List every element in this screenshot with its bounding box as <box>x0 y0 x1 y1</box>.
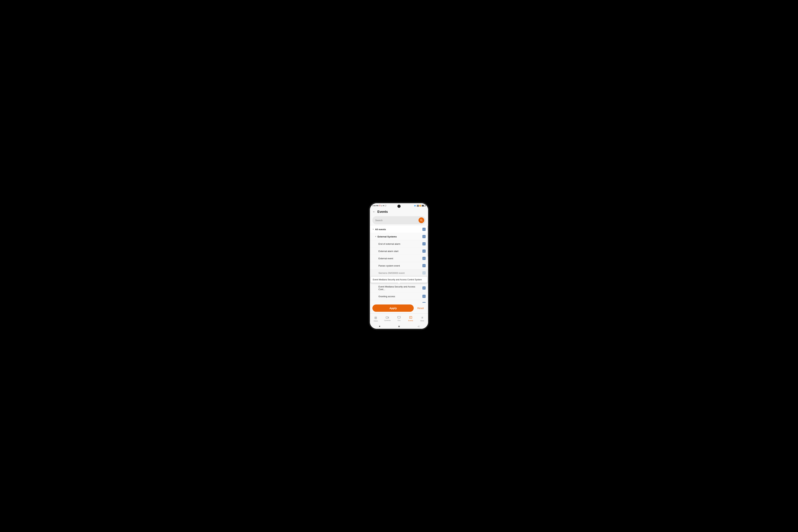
wifi-icon: 📶 <box>419 205 421 207</box>
android-home-button[interactable]: ◉ <box>398 325 400 328</box>
list-item[interactable]: Event Mediana Security and Access Cont..… <box>370 283 428 293</box>
back-button[interactable]: ← <box>373 210 376 214</box>
list-container[interactable]: ▼ All events ✓ ▼ External Systems ✓ End … <box>370 226 428 303</box>
bottom-nav: ⊞ Views Cameras Eva <box>370 314 428 324</box>
checkbox[interactable]: ✓ <box>422 286 425 290</box>
android-square-button[interactable]: ■ <box>378 325 381 328</box>
checkbox[interactable]: ✓ <box>422 257 425 260</box>
list-item[interactable]: Parsec system event ✓ <box>370 262 428 269</box>
square-icon: ■ <box>379 325 380 327</box>
views-icon: ⊞ <box>374 316 377 320</box>
wechat-icon: 💬 <box>385 205 386 207</box>
eva-label: Eva <box>398 320 400 321</box>
nav-item-events[interactable]: Events <box>405 316 417 322</box>
list-item[interactable]: Krechet-C event ✓ <box>370 300 428 303</box>
item-label: External Systems <box>378 235 422 238</box>
checkbox[interactable]: ✓ <box>422 242 425 245</box>
item-label: End of external alarm <box>378 243 422 245</box>
item-label: Event Mediana Security and Access Cont..… <box>378 285 422 291</box>
svg-rect-2 <box>386 317 388 318</box>
phone-screen: 3:44 PM ⏰ ▷ ✉ 💬 🔷 ▐▐ 📶 ← Events <box>370 203 428 329</box>
svg-rect-3 <box>398 316 400 318</box>
bluetooth-icon: 🔷 <box>414 205 416 207</box>
status-right: 🔷 ▐▐ 📶 <box>414 205 425 207</box>
triangle-icon: ◁ <box>418 325 419 327</box>
nav-item-cameras[interactable]: Cameras <box>382 316 393 321</box>
status-left: 3:44 PM ⏰ ▷ ✉ 💬 <box>373 205 386 207</box>
circle-icon: ◉ <box>398 325 400 327</box>
checkbox[interactable]: ✓ <box>422 235 425 238</box>
list-item[interactable]: Granting access ✓ <box>370 293 428 300</box>
events-label: Events <box>408 320 413 322</box>
search-button[interactable] <box>418 217 424 223</box>
alarm-icon: ⏰ <box>379 205 381 207</box>
views-label: Views <box>374 320 378 322</box>
header: ← Events <box>370 208 428 215</box>
app-content: ← Events <box>370 208 428 329</box>
time: 3:44 PM <box>373 205 378 207</box>
list-item[interactable]: External event ✓ <box>370 255 428 262</box>
tooltip-area: Siemens DMS9000 event ✓ Event Mediana Se… <box>370 269 428 283</box>
battery-icon <box>422 205 425 207</box>
search-input[interactable] <box>375 219 417 222</box>
item-label: Siemens DMS9000 event <box>378 272 422 274</box>
item-label: Parsec system event <box>378 264 422 267</box>
scroll-indicator <box>428 226 428 256</box>
reset-button[interactable]: Reset <box>416 305 425 311</box>
list-item[interactable]: End of external alarm ✓ <box>370 240 428 248</box>
expand-arrow: ▼ <box>373 228 374 230</box>
battery-fill <box>422 205 424 206</box>
cameras-label: Cameras <box>384 320 391 321</box>
search-container <box>370 215 428 226</box>
bottom-buttons: Apply Reset <box>370 303 428 314</box>
events-icon <box>409 316 412 319</box>
checkbox[interactable]: ✓ <box>422 302 425 303</box>
android-back-button[interactable]: ◁ <box>417 325 420 328</box>
list-item[interactable]: ▼ All events ✓ <box>370 226 428 233</box>
checkbox[interactable]: ✓ <box>422 295 425 298</box>
checkbox[interactable]: ✓ <box>422 271 425 274</box>
more-icon: ≡ <box>421 316 423 320</box>
svg-rect-6 <box>410 316 412 319</box>
checkbox[interactable]: ✓ <box>422 264 425 267</box>
mail-icon: ✉ <box>383 205 384 207</box>
search-icon <box>420 219 423 222</box>
tooltip: Event Mediana Security and Access Contro… <box>370 277 428 283</box>
item-label: External alarm start <box>378 250 422 252</box>
apply-button[interactable]: Apply <box>373 304 414 312</box>
android-nav: ■ ◉ ◁ <box>370 324 428 329</box>
signal-icon: ▐▐ <box>416 205 419 207</box>
svg-line-1 <box>422 221 423 222</box>
item-label: All events <box>375 228 422 231</box>
item-label: External event <box>378 257 422 260</box>
list-item[interactable]: ▼ External Systems ✓ <box>370 233 428 240</box>
nav-item-more[interactable]: ≡ More <box>416 316 428 322</box>
list-item[interactable]: External alarm start ✓ <box>370 248 428 255</box>
eva-icon <box>397 316 401 319</box>
search-row <box>373 216 425 224</box>
checkbox[interactable]: ✓ <box>422 228 425 231</box>
item-label: Granting access <box>378 295 422 298</box>
expand-arrow: ▼ <box>375 236 377 238</box>
page-title: Events <box>377 210 388 214</box>
gps-icon: ▷ <box>381 205 382 207</box>
checkbox[interactable]: ✓ <box>422 249 425 253</box>
more-label: More <box>420 320 424 322</box>
list-item[interactable]: Siemens DMS9000 event ✓ <box>370 269 428 277</box>
item-label: Krechet-C event <box>378 302 422 303</box>
camera-notch <box>397 205 401 208</box>
cameras-icon <box>386 316 389 319</box>
tooltip-text: Event Mediana Security and Access Contro… <box>373 279 422 281</box>
nav-item-eva[interactable]: Eva <box>393 316 405 321</box>
nav-item-views[interactable]: ⊞ Views <box>370 316 382 322</box>
phone-frame: 3:44 PM ⏰ ▷ ✉ 💬 🔷 ▐▐ 📶 ← Events <box>369 202 429 330</box>
